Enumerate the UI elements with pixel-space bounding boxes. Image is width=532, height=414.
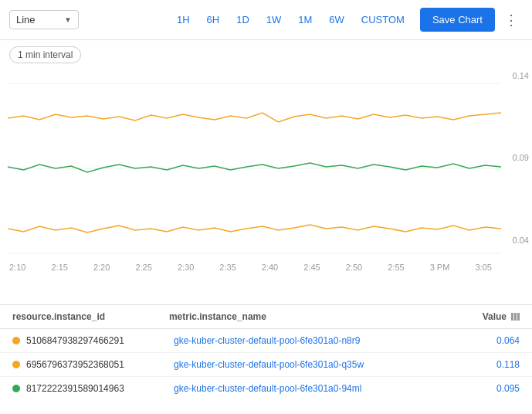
x-label-3pm: 3 PM <box>430 263 450 272</box>
instance-id-3: 817222239158901496​3 <box>12 383 174 394</box>
legend-dot-green <box>12 385 20 392</box>
time-btn-1h[interactable]: 1H <box>169 9 198 30</box>
time-period-buttons: 1H 6H 1D 1W 1M 6W CUSTOM Save Chart ⋮ <box>169 8 523 32</box>
x-label-230: 2:30 <box>178 263 194 272</box>
instance-id-value-3: 817222239158901496​3 <box>26 383 124 394</box>
interval-badge: 1 min interval <box>9 46 81 63</box>
x-label-220: 2:20 <box>93 263 110 272</box>
row-value-3: 0.095 <box>496 383 520 394</box>
time-btn-1d[interactable]: 1D <box>229 9 257 30</box>
y-label-0.09: 0.09 <box>513 153 529 162</box>
x-label-215: 2:15 <box>51 263 67 272</box>
x-label-305: 3:05 <box>475 263 491 272</box>
chart-type-label: Line <box>16 14 36 25</box>
save-chart-button[interactable]: Save Chart <box>420 8 495 32</box>
data-table: resource.instance_id metric.instance_nam… <box>0 304 532 400</box>
table-header: resource.instance_id metric.instance_nam… <box>0 305 532 329</box>
chart-line-green <box>8 163 501 172</box>
instance-id-value-1: 510684793829746629​1 <box>26 335 124 346</box>
legend-dot-orange-2 <box>12 361 20 368</box>
col-header-instance-id: resource.instance_id <box>12 311 169 322</box>
chart-svg <box>8 76 501 261</box>
instance-id-value-2: 695679637395236805​1 <box>26 359 124 370</box>
x-label-225: 2:25 <box>135 263 151 272</box>
chart-type-dropdown[interactable]: Line ▼ <box>9 10 79 29</box>
instance-id-1: 510684793829746629​1 <box>12 335 174 346</box>
col-header-instance-name: metric.instance_name <box>169 311 483 322</box>
time-btn-1w[interactable]: 1W <box>259 9 290 30</box>
x-axis: 2:10 2:15 2:20 2:25 2:30 2:35 2:40 2:45 … <box>0 261 501 272</box>
more-options-button[interactable]: ⋮ <box>500 8 523 32</box>
x-label-235: 2:35 <box>219 263 236 272</box>
chart-line-orange-top <box>8 113 501 122</box>
x-label-250: 2:50 <box>346 263 362 272</box>
grid-columns-icon <box>511 313 520 321</box>
instance-name-link-2[interactable]: gke-kuber-cluster-default-pool-6fe301a0-… <box>174 359 496 370</box>
table-row: 695679637395236805​1 gke-kuber-cluster-d… <box>0 353 532 377</box>
y-label-0.14: 0.14 <box>513 71 529 80</box>
time-btn-6h[interactable]: 6H <box>199 9 228 30</box>
instance-name-link-3[interactable]: gke-kuber-cluster-default-pool-6fe301a0-… <box>174 383 496 394</box>
table-row: 510684793829746629​1 gke-kuber-cluster-d… <box>0 329 532 353</box>
x-label-240: 2:40 <box>262 263 278 272</box>
time-btn-1m[interactable]: 1M <box>290 9 320 30</box>
chart-line-orange-bottom <box>8 225 501 232</box>
col-header-value: Value <box>483 311 520 322</box>
table-row: 817222239158901496​3 gke-kuber-cluster-d… <box>0 377 532 400</box>
x-label-255: 2:55 <box>388 263 404 272</box>
chart-area: 0.14 0.09 0.04 2:10 2:15 2:20 2:25 2:30 … <box>0 70 532 301</box>
y-label-0.04: 0.04 <box>513 236 529 245</box>
time-btn-6w[interactable]: 6W <box>321 9 352 30</box>
chart-canvas <box>8 76 501 261</box>
x-label-210: 2:10 <box>9 263 25 272</box>
time-btn-custom[interactable]: CUSTOM <box>354 9 412 30</box>
row-value-2: 0.118 <box>496 359 520 370</box>
row-value-1: 0.064 <box>496 335 520 346</box>
top-bar: Line ▼ 1H 6H 1D 1W 1M 6W CUSTOM Save Cha… <box>0 0 532 40</box>
chevron-down-icon: ▼ <box>64 15 72 24</box>
legend-dot-orange-1 <box>12 337 20 344</box>
instance-name-link-1[interactable]: gke-kuber-cluster-default-pool-6fe301a0-… <box>174 335 496 346</box>
instance-id-2: 695679637395236805​1 <box>12 359 174 370</box>
x-label-245: 2:45 <box>303 263 320 272</box>
